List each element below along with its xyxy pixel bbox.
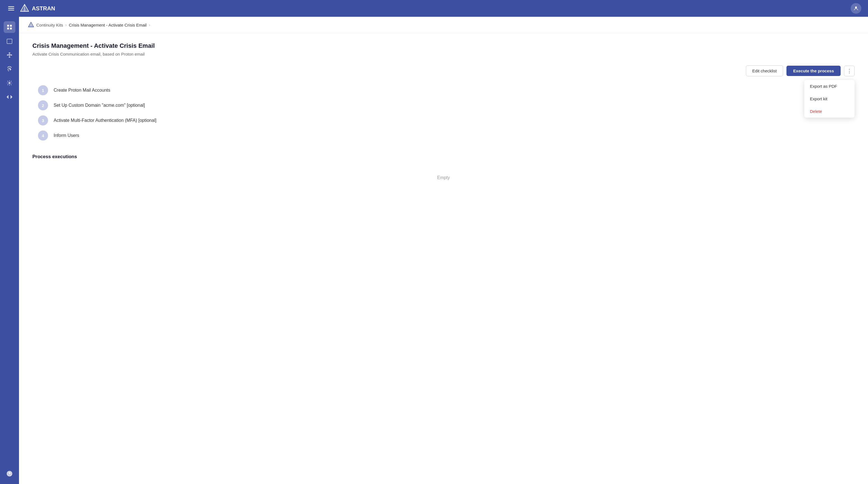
more-icon: ⋮ [847, 68, 852, 74]
dropdown-delete[interactable]: Delete [804, 105, 855, 118]
step-text-1: Create Proton Mail Accounts [54, 88, 110, 93]
breadcrumb-sep-2: › [149, 23, 150, 27]
step-badge-2: 2 [38, 100, 48, 110]
edit-checklist-button[interactable]: Edit checklist [746, 65, 783, 76]
dropdown-export-kit[interactable]: Export kit [804, 92, 855, 105]
sidebar-icon-orgchart[interactable] [4, 49, 16, 61]
step-item: 1 Create Proton Mail Accounts [38, 85, 855, 95]
svg-point-6 [855, 6, 857, 8]
page-content: Crisis Management - Activate Crisis Emai… [19, 33, 868, 198]
more-options-button[interactable]: ⋮ [844, 66, 855, 76]
dropdown-export-pdf[interactable]: Export as PDF [804, 80, 855, 92]
step-badge-1: 1 [38, 85, 48, 95]
step-badge-4: 4 [38, 130, 48, 141]
empty-state: Empty [32, 166, 855, 189]
app-name: ASTRAN [32, 5, 55, 12]
svg-rect-15 [9, 57, 10, 58]
steps-list: 1 Create Proton Mail Accounts 2 Set Up C… [32, 85, 855, 141]
sidebar-icon-fingerprint[interactable] [4, 63, 16, 75]
sidebar-icon-grid[interactable] [4, 21, 16, 33]
sidebar-icon-code[interactable] [4, 91, 16, 103]
content-area: Continuity Kits › Crisis Management - Ac… [19, 17, 868, 484]
topbar: ASTRAN [0, 0, 868, 17]
svg-rect-2 [8, 10, 14, 10]
svg-rect-8 [9, 53, 10, 54]
breadcrumb: Continuity Kits › Crisis Management - Ac… [19, 17, 868, 33]
sidebar-icon-dashboard[interactable] [4, 35, 16, 47]
app-logo: ASTRAN [20, 4, 55, 13]
svg-point-17 [8, 82, 10, 84]
execute-process-button[interactable]: Execute the process [786, 66, 841, 76]
process-executions-section: Process executions Empty [32, 154, 855, 189]
svg-rect-1 [8, 8, 14, 9]
step-text-3: Activate Multi-Factor Authentication (MF… [54, 118, 156, 123]
step-text-4: Inform Users [54, 133, 79, 138]
sidebar-icon-plugin[interactable] [4, 77, 16, 89]
breadcrumb-continuity-kits[interactable]: Continuity Kits [36, 23, 63, 27]
step-item: 3 Activate Multi-Factor Authentication (… [38, 115, 855, 125]
section-title-executions: Process executions [32, 154, 855, 159]
breadcrumb-icon [28, 22, 34, 28]
svg-rect-0 [8, 6, 14, 7]
breadcrumb-sep-1: › [65, 23, 67, 27]
action-bar: Edit checklist Execute the process ⋮ Exp… [32, 65, 855, 76]
step-item: 2 Set Up Custom Domain "acme.com" [optio… [38, 100, 855, 110]
page-subtitle: Activate Crisis Communication email, bas… [32, 52, 855, 56]
breadcrumb-current: Crisis Management - Activate Crisis Emai… [69, 23, 147, 27]
sidebar-icon-help[interactable] [4, 468, 16, 480]
step-item: 4 Inform Users [38, 130, 855, 141]
hamburger-button[interactable] [7, 4, 16, 13]
step-badge-3: 3 [38, 115, 48, 125]
step-text-2: Set Up Custom Domain "acme.com" [optiona… [54, 103, 145, 108]
page-title: Crisis Management - Activate Crisis Emai… [32, 42, 855, 50]
sidebar [0, 17, 19, 484]
dropdown-menu: Export as PDF Export kit Delete [804, 80, 855, 118]
user-avatar[interactable] [851, 3, 861, 14]
svg-rect-7 [7, 39, 12, 44]
